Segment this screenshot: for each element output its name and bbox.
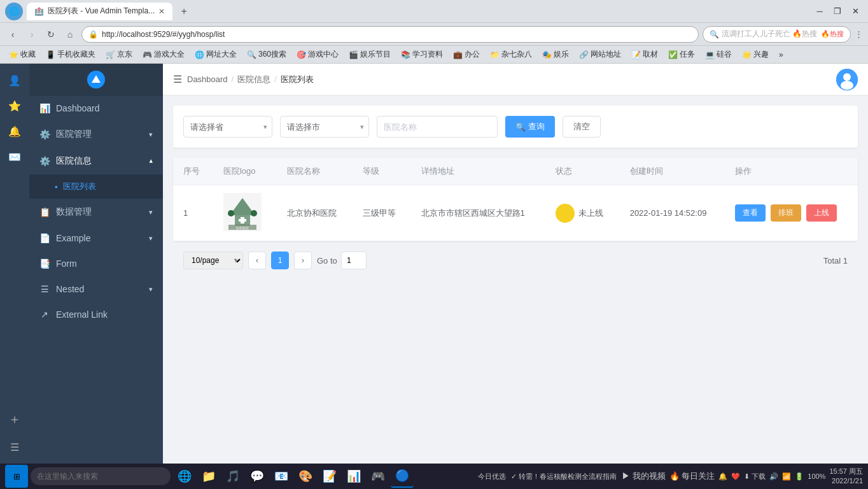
view-button[interactable]: 查看 bbox=[735, 204, 766, 222]
bookmark-favorites[interactable]: ⭐ 收藏 bbox=[5, 48, 39, 61]
shop-icon: 🛒 bbox=[106, 50, 115, 59]
province-select-wrapper: 请选择省 bbox=[183, 116, 272, 138]
col-header-logo: 医院logo bbox=[213, 158, 277, 185]
next-page-button[interactable]: › bbox=[294, 252, 312, 269]
browser-tab[interactable]: 🏥 医院列表 - Vue Admin Templa... ✕ bbox=[27, 3, 172, 20]
icon-strip-menu[interactable]: ☰ bbox=[3, 436, 26, 458]
icon-strip-btn-3[interactable]: 🔔 bbox=[3, 120, 26, 143]
sidebar-item-data-mgmt[interactable]: 📋 数据管理 ▾ bbox=[29, 199, 163, 225]
bookmark-sites[interactable]: 🔗 网站地址 bbox=[575, 48, 625, 61]
taskbar-daily-icon[interactable]: 🔥 每日关注 bbox=[669, 471, 715, 482]
col-header-level: 等级 bbox=[353, 158, 410, 185]
home-button[interactable]: ⌂ bbox=[62, 27, 78, 42]
sidebar-subitem-hospital-list[interactable]: ▪ 医院列表 bbox=[29, 174, 163, 199]
city-select-wrapper: 请选择市 bbox=[280, 116, 369, 138]
page-1-button[interactable]: 1 bbox=[271, 252, 289, 269]
more-icon: » bbox=[779, 50, 783, 59]
browser-search-box[interactable]: 🔍 流调打工人儿子死亡 🔥热搜 🔥热搜 bbox=[703, 26, 851, 43]
taskbar-battery-icon[interactable]: 🔋 bbox=[795, 472, 804, 481]
user-avatar[interactable] bbox=[836, 69, 858, 90]
breadcrumb-hospital-info[interactable]: 医院信息 bbox=[237, 74, 270, 85]
icon-strip-btn-1[interactable]: 👤 bbox=[3, 69, 26, 92]
prev-page-button[interactable]: ‹ bbox=[248, 252, 266, 269]
hospital-mgmt-icon: ⚙️ bbox=[39, 129, 50, 139]
taskbar-icon-excel[interactable]: 📊 bbox=[342, 465, 365, 488]
sidebar-item-nested[interactable]: ☰ Nested ▾ bbox=[29, 276, 163, 302]
breadcrumb-dashboard[interactable]: Dashboard bbox=[187, 74, 228, 84]
bookmark-gamecenter[interactable]: 🎯 游戏中心 bbox=[293, 48, 342, 61]
taskbar-network-icon[interactable]: 📶 bbox=[782, 472, 791, 481]
taskbar-search-input[interactable] bbox=[31, 467, 171, 485]
bookmark-interest[interactable]: 🌟 兴趣 bbox=[738, 48, 773, 61]
taskbar-notification-icon[interactable]: 🔔 bbox=[718, 472, 727, 481]
taskbar-icon-music[interactable]: 🎵 bbox=[221, 465, 244, 488]
sidebar-item-label: 数据管理 bbox=[56, 206, 92, 218]
goto-input[interactable] bbox=[341, 252, 367, 269]
reload-button[interactable]: ↻ bbox=[43, 27, 59, 42]
maximize-button[interactable]: ❐ bbox=[830, 4, 845, 19]
taskbar-icon-game[interactable]: 🎮 bbox=[367, 465, 389, 488]
tab-close-button[interactable]: ✕ bbox=[158, 7, 165, 16]
query-button[interactable]: 🔍 查询 bbox=[505, 116, 555, 138]
city-select[interactable]: 请选择市 bbox=[280, 116, 369, 138]
taskbar-icon-notepad[interactable]: 📝 bbox=[318, 465, 341, 488]
hamburger-button[interactable]: ☰ bbox=[173, 73, 182, 85]
close-button[interactable]: ✕ bbox=[848, 4, 863, 19]
bookmark-tasks[interactable]: ✅ 任务 bbox=[664, 48, 699, 61]
bookmark-entertainment[interactable]: 🎬 娱乐节目 bbox=[345, 48, 395, 61]
sidebar-item-hospital-mgmt[interactable]: ⚙️ 医院管理 ▾ bbox=[29, 121, 163, 148]
arrange-button[interactable]: 排班 bbox=[771, 204, 801, 222]
icon-strip-btn-4[interactable]: ✉️ bbox=[3, 145, 26, 168]
page-size-select[interactable]: 10/page bbox=[183, 252, 243, 269]
form-icon: 📑 bbox=[39, 259, 50, 269]
start-button[interactable]: ⊞ bbox=[5, 465, 28, 488]
clear-button[interactable]: 清空 bbox=[563, 116, 601, 138]
new-tab-button[interactable]: + bbox=[176, 4, 192, 19]
bookmark-entertainment2[interactable]: 🎭 娱乐 bbox=[538, 48, 573, 61]
hospital-name-input[interactable] bbox=[377, 116, 498, 138]
bookmark-silicon[interactable]: 💻 硅谷 bbox=[701, 48, 736, 61]
bookmark-mobile[interactable]: 📱 手机收藏夹 bbox=[42, 48, 99, 61]
taskbar-volume-icon[interactable]: 🔊 bbox=[769, 472, 778, 481]
taskbar-icon-ie[interactable]: 🌐 bbox=[173, 465, 196, 488]
breadcrumb: Dashboard / 医院信息 / 医院列表 bbox=[187, 74, 314, 85]
address-bar[interactable]: 🔒 http://localhost:9529/#/yygh/hosp/list bbox=[81, 26, 699, 43]
sidebar-item-form[interactable]: 📑 Form bbox=[29, 251, 163, 276]
bookmark-study[interactable]: 📚 学习资料 bbox=[397, 48, 447, 61]
bookmark-games[interactable]: 🎮 游戏大全 bbox=[139, 48, 188, 61]
cell-address: 北京市市辖区西城区大望路1 bbox=[411, 185, 546, 241]
taskbar-icon-browser-active[interactable]: 🔵 bbox=[391, 465, 414, 488]
bookmark-web[interactable]: 🌐 网址大全 bbox=[191, 48, 241, 61]
back-button[interactable]: ‹ bbox=[5, 27, 20, 42]
hospital-info-icon: ⚙️ bbox=[39, 156, 50, 166]
sidebar-item-example[interactable]: 📄 Example ▾ bbox=[29, 225, 163, 251]
province-select[interactable]: 请选择省 bbox=[183, 116, 272, 138]
bookmark-office[interactable]: 💼 办公 bbox=[449, 48, 484, 61]
taskbar-icon-chat[interactable]: 💬 bbox=[246, 465, 269, 488]
taskbar-video-icon[interactable]: ▶ 我的视频 bbox=[622, 471, 666, 482]
bookmark-360[interactable]: 🔍 360搜索 bbox=[243, 48, 290, 61]
extensions-btn[interactable]: ⋮ bbox=[855, 29, 863, 39]
sidebar-item-dashboard[interactable]: 📊 Dashboard bbox=[29, 96, 163, 121]
taskbar-download-icon[interactable]: ⬇ 下载 bbox=[744, 472, 766, 481]
bookmark-more[interactable]: » bbox=[775, 49, 787, 60]
bookmark-material[interactable]: 📝 取材 bbox=[627, 48, 662, 61]
cell-actions: 查看 排班 上线 bbox=[725, 185, 858, 241]
bookmark-jd[interactable]: 🛒 京东 bbox=[102, 48, 136, 61]
code-icon: 💻 bbox=[705, 50, 715, 59]
taskbar-heart-icon[interactable]: ❤️ bbox=[731, 472, 740, 481]
sidebar-item-hospital-info[interactable]: ⚙️ 医院信息 ▾ bbox=[29, 148, 163, 174]
sidebar-item-external-link[interactable]: ↗ External Link bbox=[29, 302, 163, 327]
taskbar-icon-mail[interactable]: 📧 bbox=[270, 465, 293, 488]
forward-button[interactable]: › bbox=[24, 27, 39, 42]
breadcrumb-current: 医院列表 bbox=[281, 74, 314, 85]
icon-strip-btn-2[interactable]: ⭐ bbox=[3, 94, 26, 117]
svg-rect-8 bbox=[239, 219, 246, 222]
minimize-button[interactable]: ─ bbox=[812, 4, 827, 19]
taskbar-app-icons: 🌐 📁 🎵 💬 📧 🎨 📝 📊 🎮 🔵 bbox=[173, 465, 414, 488]
icon-strip-add[interactable]: ＋ bbox=[3, 408, 26, 430]
online-button[interactable]: 上线 bbox=[806, 204, 837, 222]
taskbar-icon-explorer[interactable]: 📁 bbox=[197, 465, 220, 488]
bookmark-misc[interactable]: 📁 杂七杂八 bbox=[486, 48, 536, 61]
taskbar-icon-paint[interactable]: 🎨 bbox=[294, 465, 317, 488]
